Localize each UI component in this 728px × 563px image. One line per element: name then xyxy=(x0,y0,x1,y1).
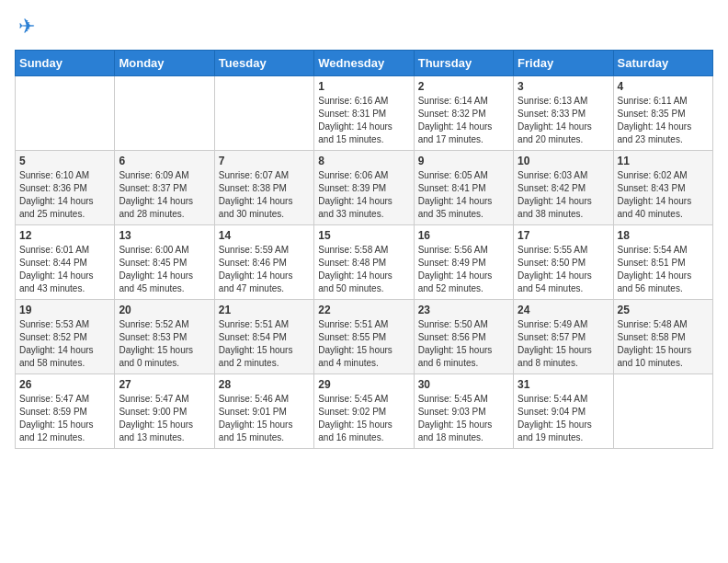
day-info: Sunrise: 5:54 AM Sunset: 8:51 PM Dayligh… xyxy=(618,244,709,295)
calendar-cell: 5Sunrise: 6:10 AM Sunset: 8:36 PM Daylig… xyxy=(16,151,115,225)
calendar-week-row: 26Sunrise: 5:47 AM Sunset: 8:59 PM Dayli… xyxy=(16,374,713,449)
calendar-cell: 15Sunrise: 5:58 AM Sunset: 8:48 PM Dayli… xyxy=(314,225,414,300)
day-number: 25 xyxy=(618,304,709,316)
day-info: Sunrise: 6:10 AM Sunset: 8:36 PM Dayligh… xyxy=(19,169,110,221)
day-number: 23 xyxy=(418,304,509,316)
calendar-day-header: Monday xyxy=(115,51,214,76)
calendar-cell: 10Sunrise: 6:03 AM Sunset: 8:42 PM Dayli… xyxy=(514,151,613,225)
day-number: 1 xyxy=(318,80,409,93)
calendar-cell: 26Sunrise: 5:47 AM Sunset: 8:59 PM Dayli… xyxy=(16,374,115,449)
calendar-day-header: Friday xyxy=(514,51,613,76)
day-info: Sunrise: 6:14 AM Sunset: 8:32 PM Dayligh… xyxy=(418,95,509,146)
logo: ✈ xyxy=(15,15,35,39)
day-info: Sunrise: 6:06 AM Sunset: 8:39 PM Dayligh… xyxy=(318,169,409,221)
calendar-cell: 3Sunrise: 6:13 AM Sunset: 8:33 PM Daylig… xyxy=(514,76,613,151)
day-info: Sunrise: 6:05 AM Sunset: 8:41 PM Dayligh… xyxy=(418,169,509,221)
calendar-cell: 31Sunrise: 5:44 AM Sunset: 9:04 PM Dayli… xyxy=(514,374,613,449)
day-number: 20 xyxy=(119,304,210,316)
calendar-cell: 21Sunrise: 5:51 AM Sunset: 8:54 PM Dayli… xyxy=(214,300,313,374)
calendar-cell: 1Sunrise: 6:16 AM Sunset: 8:31 PM Daylig… xyxy=(314,76,414,151)
day-info: Sunrise: 5:51 AM Sunset: 8:55 PM Dayligh… xyxy=(318,318,409,370)
calendar-cell: 16Sunrise: 5:56 AM Sunset: 8:49 PM Dayli… xyxy=(414,225,513,300)
day-number: 22 xyxy=(318,304,409,316)
calendar-cell: 20Sunrise: 5:52 AM Sunset: 8:53 PM Dayli… xyxy=(115,300,214,374)
day-number: 7 xyxy=(219,155,310,167)
day-number: 21 xyxy=(219,304,310,316)
day-number: 15 xyxy=(318,229,409,242)
calendar-cell: 19Sunrise: 5:53 AM Sunset: 8:52 PM Dayli… xyxy=(16,300,115,374)
day-info: Sunrise: 6:02 AM Sunset: 8:43 PM Dayligh… xyxy=(618,169,709,221)
day-info: Sunrise: 5:49 AM Sunset: 8:57 PM Dayligh… xyxy=(518,318,609,370)
day-info: Sunrise: 5:47 AM Sunset: 9:00 PM Dayligh… xyxy=(119,393,210,444)
day-info: Sunrise: 5:46 AM Sunset: 9:01 PM Dayligh… xyxy=(219,393,310,444)
calendar-cell: 18Sunrise: 5:54 AM Sunset: 8:51 PM Dayli… xyxy=(613,225,712,300)
calendar-week-row: 19Sunrise: 5:53 AM Sunset: 8:52 PM Dayli… xyxy=(16,300,713,374)
day-info: Sunrise: 5:48 AM Sunset: 8:58 PM Dayligh… xyxy=(618,318,709,370)
day-number: 12 xyxy=(19,229,110,242)
calendar-table: SundayMondayTuesdayWednesdayThursdayFrid… xyxy=(15,50,713,449)
day-number: 26 xyxy=(19,378,110,391)
calendar-day-header: Tuesday xyxy=(214,51,313,76)
calendar-header-row: SundayMondayTuesdayWednesdayThursdayFrid… xyxy=(16,51,713,76)
day-number: 11 xyxy=(618,155,709,167)
calendar-cell: 22Sunrise: 5:51 AM Sunset: 8:55 PM Dayli… xyxy=(314,300,414,374)
day-number: 6 xyxy=(119,155,210,167)
day-number: 3 xyxy=(518,80,609,93)
calendar-week-row: 12Sunrise: 6:01 AM Sunset: 8:44 PM Dayli… xyxy=(16,225,713,300)
day-number: 5 xyxy=(19,155,110,167)
calendar-cell xyxy=(115,76,214,151)
calendar-cell: 23Sunrise: 5:50 AM Sunset: 8:56 PM Dayli… xyxy=(414,300,513,374)
day-number: 9 xyxy=(418,155,509,167)
calendar-week-row: 5Sunrise: 6:10 AM Sunset: 8:36 PM Daylig… xyxy=(16,151,713,225)
day-number: 2 xyxy=(418,80,509,93)
calendar-cell xyxy=(613,374,712,449)
day-info: Sunrise: 6:07 AM Sunset: 8:38 PM Dayligh… xyxy=(219,169,310,221)
calendar-cell: 11Sunrise: 6:02 AM Sunset: 8:43 PM Dayli… xyxy=(613,151,712,225)
day-number: 10 xyxy=(518,155,609,167)
day-number: 29 xyxy=(318,378,409,391)
calendar-cell: 14Sunrise: 5:59 AM Sunset: 8:46 PM Dayli… xyxy=(214,225,313,300)
day-info: Sunrise: 5:56 AM Sunset: 8:49 PM Dayligh… xyxy=(418,244,509,295)
day-info: Sunrise: 5:53 AM Sunset: 8:52 PM Dayligh… xyxy=(19,318,110,370)
calendar-day-header: Thursday xyxy=(414,51,513,76)
calendar-week-row: 1Sunrise: 6:16 AM Sunset: 8:31 PM Daylig… xyxy=(16,76,713,151)
calendar-cell: 27Sunrise: 5:47 AM Sunset: 9:00 PM Dayli… xyxy=(115,374,214,449)
day-info: Sunrise: 5:45 AM Sunset: 9:03 PM Dayligh… xyxy=(418,393,509,444)
day-info: Sunrise: 5:44 AM Sunset: 9:04 PM Dayligh… xyxy=(518,393,609,444)
calendar-cell: 4Sunrise: 6:11 AM Sunset: 8:35 PM Daylig… xyxy=(613,76,712,151)
day-info: Sunrise: 5:59 AM Sunset: 8:46 PM Dayligh… xyxy=(219,244,310,295)
day-number: 28 xyxy=(219,378,310,391)
day-number: 17 xyxy=(518,229,609,242)
calendar-cell xyxy=(214,76,313,151)
day-number: 31 xyxy=(518,378,609,391)
calendar-day-header: Wednesday xyxy=(314,51,414,76)
day-info: Sunrise: 6:01 AM Sunset: 8:44 PM Dayligh… xyxy=(19,244,110,295)
calendar-cell: 24Sunrise: 5:49 AM Sunset: 8:57 PM Dayli… xyxy=(514,300,613,374)
calendar-day-header: Saturday xyxy=(613,51,712,76)
page-header: ✈ xyxy=(15,15,713,39)
calendar-cell: 17Sunrise: 5:55 AM Sunset: 8:50 PM Dayli… xyxy=(514,225,613,300)
calendar-cell: 30Sunrise: 5:45 AM Sunset: 9:03 PM Dayli… xyxy=(414,374,513,449)
day-number: 19 xyxy=(19,304,110,316)
day-number: 14 xyxy=(219,229,310,242)
day-number: 30 xyxy=(418,378,509,391)
calendar-cell: 2Sunrise: 6:14 AM Sunset: 8:32 PM Daylig… xyxy=(414,76,513,151)
day-info: Sunrise: 6:16 AM Sunset: 8:31 PM Dayligh… xyxy=(318,95,409,146)
day-number: 4 xyxy=(618,80,709,93)
day-number: 27 xyxy=(119,378,210,391)
day-info: Sunrise: 5:52 AM Sunset: 8:53 PM Dayligh… xyxy=(119,318,210,370)
day-info: Sunrise: 5:58 AM Sunset: 8:48 PM Dayligh… xyxy=(318,244,409,295)
calendar-cell: 29Sunrise: 5:45 AM Sunset: 9:02 PM Dayli… xyxy=(314,374,414,449)
day-number: 24 xyxy=(518,304,609,316)
day-info: Sunrise: 5:55 AM Sunset: 8:50 PM Dayligh… xyxy=(518,244,609,295)
calendar-cell: 9Sunrise: 6:05 AM Sunset: 8:41 PM Daylig… xyxy=(414,151,513,225)
calendar-day-header: Sunday xyxy=(16,51,115,76)
logo-bird-icon: ✈ xyxy=(18,15,35,39)
day-info: Sunrise: 6:00 AM Sunset: 8:45 PM Dayligh… xyxy=(119,244,210,295)
calendar-cell: 8Sunrise: 6:06 AM Sunset: 8:39 PM Daylig… xyxy=(314,151,414,225)
calendar-cell: 7Sunrise: 6:07 AM Sunset: 8:38 PM Daylig… xyxy=(214,151,313,225)
day-info: Sunrise: 5:47 AM Sunset: 8:59 PM Dayligh… xyxy=(19,393,110,444)
day-info: Sunrise: 5:51 AM Sunset: 8:54 PM Dayligh… xyxy=(219,318,310,370)
day-info: Sunrise: 6:11 AM Sunset: 8:35 PM Dayligh… xyxy=(618,95,709,146)
calendar-cell: 13Sunrise: 6:00 AM Sunset: 8:45 PM Dayli… xyxy=(115,225,214,300)
